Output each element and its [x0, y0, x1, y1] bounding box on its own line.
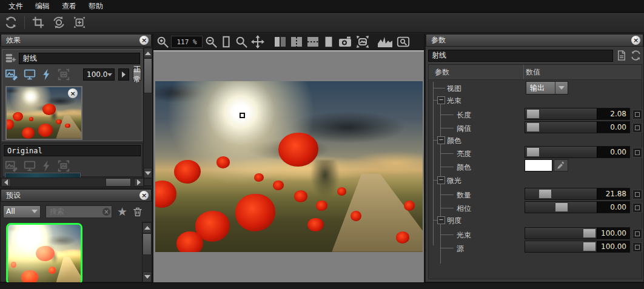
- group-collapse-box[interactable]: −: [437, 176, 445, 184]
- amount-value[interactable]: 21.88: [597, 188, 629, 199]
- scroll-thumb[interactable]: [144, 58, 152, 93]
- opacity-spinner-arrow-icon[interactable]: [107, 73, 112, 76]
- fit-window-icon[interactable]: [220, 35, 233, 48]
- effects-close-button[interactable]: ×: [139, 36, 149, 45]
- fit-image-icon[interactable]: [355, 35, 371, 49]
- blend-mode-dropdown[interactable]: 正常: [133, 68, 141, 81]
- split-horizontal-icon[interactable]: [306, 35, 320, 49]
- compare-split-icon[interactable]: [273, 35, 287, 49]
- scroll-thumb[interactable]: [106, 178, 131, 187]
- save-preset-icon[interactable]: [616, 50, 627, 61]
- crop-button[interactable]: [30, 15, 47, 30]
- color-swatch[interactable]: [525, 159, 552, 171]
- effect-name-field[interactable]: 射线: [19, 53, 140, 64]
- parameter-preset-name-field[interactable]: 射线: [428, 50, 613, 62]
- menu-file[interactable]: 文件: [4, 0, 28, 13]
- beam-slider[interactable]: 100.00: [525, 227, 630, 239]
- menu-view[interactable]: 查看: [57, 0, 81, 13]
- column-divider[interactable]: [523, 65, 524, 79]
- zoom-actual-icon[interactable]: [235, 35, 248, 48]
- effects-vertical-scrollbar[interactable]: [143, 47, 153, 179]
- light-source-marker[interactable]: [240, 113, 245, 118]
- source-value[interactable]: 100.00: [597, 241, 629, 252]
- zoom-out-icon[interactable]: [204, 35, 218, 48]
- viewer-viewport[interactable]: [153, 50, 424, 282]
- sync-button[interactable]: [2, 15, 19, 30]
- brightness-slider[interactable]: 0.00: [525, 146, 630, 158]
- zoom-level-field[interactable]: 117 %: [171, 36, 203, 48]
- menu-edit[interactable]: 编辑: [30, 0, 55, 13]
- trash-icon[interactable]: [132, 206, 143, 218]
- phase-value[interactable]: 0.00: [597, 202, 629, 213]
- histogram-icon[interactable]: [377, 35, 394, 48]
- scroll-down-button[interactable]: [143, 271, 152, 282]
- eyedropper-button[interactable]: [554, 159, 568, 171]
- group-collapse-box[interactable]: −: [437, 96, 445, 104]
- rotate-button[interactable]: [50, 15, 67, 30]
- group-collapse-box[interactable]: −: [437, 136, 445, 144]
- original-layer-card[interactable]: Original: [2, 143, 143, 177]
- group-collapse-box[interactable]: −: [437, 216, 445, 224]
- favorite-star-icon[interactable]: ★: [117, 206, 127, 218]
- split-vertical-icon[interactable]: [289, 35, 304, 49]
- search-clear-icon[interactable]: ×: [102, 208, 110, 216]
- length-value[interactable]: 2.08: [597, 108, 629, 119]
- slider-handle[interactable]: [538, 189, 552, 199]
- panel-divider[interactable]: [424, 33, 425, 282]
- slider-handle[interactable]: [526, 122, 540, 132]
- navigator-icon[interactable]: [395, 35, 411, 48]
- amount-slider[interactable]: 21.88: [525, 188, 630, 200]
- phase-reset-button[interactable]: [632, 203, 642, 213]
- scroll-up-button[interactable]: [144, 48, 152, 58]
- scroll-down-button[interactable]: [144, 168, 152, 178]
- length-reset-button[interactable]: [632, 110, 642, 119]
- slider-handle[interactable]: [526, 147, 540, 157]
- monitor-icon[interactable]: [22, 68, 37, 81]
- frame-image-icon[interactable]: [56, 68, 71, 81]
- scroll-thumb[interactable]: [143, 233, 152, 255]
- threshold-value[interactable]: 0.00: [597, 122, 629, 133]
- brightness-reset-button[interactable]: [632, 148, 642, 158]
- scroll-right-button[interactable]: [134, 178, 144, 187]
- reload-parameters-icon[interactable]: [630, 50, 642, 61]
- parameters-close-button[interactable]: ×: [631, 36, 640, 45]
- beam-value[interactable]: 100.00: [597, 228, 629, 239]
- preview-image[interactable]: [155, 81, 423, 252]
- original-name-field[interactable]: Original: [4, 145, 141, 156]
- zoom-in-icon[interactable]: [156, 35, 169, 48]
- source-slider[interactable]: 100.00: [525, 241, 630, 253]
- brightness-value[interactable]: 0.00: [597, 147, 629, 158]
- length-slider[interactable]: 2.08: [525, 108, 630, 120]
- scroll-up-button[interactable]: [143, 222, 152, 233]
- source-reset-button[interactable]: [632, 242, 642, 252]
- parameter-table: 参数 数值 视图 输出 − 光束 长度 2.08: [428, 64, 642, 279]
- presets-vertical-scrollbar[interactable]: [142, 222, 152, 283]
- panel-divider[interactable]: [152, 33, 153, 282]
- single-view-icon[interactable]: [322, 35, 335, 49]
- menu-help[interactable]: 帮助: [84, 0, 108, 13]
- resize-button[interactable]: [71, 15, 88, 30]
- amount-reset-button[interactable]: [632, 190, 642, 199]
- preset-filter-dropdown[interactable]: All: [3, 205, 41, 218]
- slider-handle[interactable]: [583, 242, 596, 251]
- beam-reset-button[interactable]: [632, 229, 642, 239]
- slider-handle[interactable]: [526, 109, 540, 119]
- pan-icon[interactable]: [250, 35, 266, 49]
- edit-image-icon[interactable]: [4, 68, 19, 81]
- snapshot-icon[interactable]: [337, 35, 353, 49]
- threshold-reset-button[interactable]: [632, 123, 642, 133]
- scroll-left-button[interactable]: [1, 178, 11, 187]
- opacity-spinner[interactable]: 100.0: [83, 68, 115, 81]
- effects-horizontal-scrollbar[interactable]: [1, 178, 144, 187]
- threshold-slider[interactable]: 0.00: [525, 121, 630, 133]
- lightning-icon[interactable]: [41, 68, 53, 81]
- view-output-dropdown[interactable]: 输出: [526, 81, 568, 95]
- slider-handle[interactable]: [583, 228, 596, 238]
- phase-slider[interactable]: 0.00: [525, 201, 630, 213]
- effect-thumbnail-close-button[interactable]: ×: [68, 88, 78, 98]
- expand-effect-button[interactable]: [118, 68, 129, 81]
- slider-handle[interactable]: [555, 202, 568, 212]
- preset-thumbnail-selected[interactable]: [6, 223, 82, 285]
- presets-close-button[interactable]: ×: [139, 191, 149, 200]
- effect-layer-card[interactable]: 射线 100.0 正常: [2, 49, 143, 141]
